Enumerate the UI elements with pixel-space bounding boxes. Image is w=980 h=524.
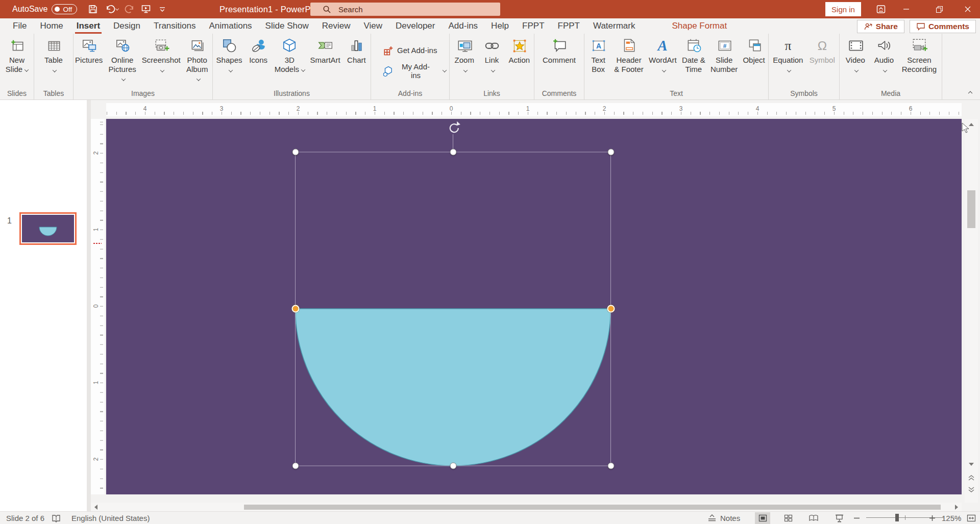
tab-view[interactable]: View bbox=[357, 18, 389, 34]
resize-handle-top-left[interactable] bbox=[292, 149, 299, 156]
zoom-in-button[interactable] bbox=[929, 512, 936, 524]
text-box-button[interactable]: ATextBox bbox=[585, 36, 611, 74]
new-slide-button[interactable]: NewSlide bbox=[4, 36, 30, 74]
minimize-button[interactable] bbox=[894, 0, 919, 18]
tab-fppt-13[interactable]: FPPT bbox=[551, 18, 586, 34]
previous-slide-button[interactable] bbox=[965, 472, 978, 483]
slide-show-button[interactable] bbox=[831, 512, 847, 524]
button-label: 3DModels bbox=[275, 56, 305, 74]
dropdown-chevron-icon bbox=[301, 67, 305, 71]
tab-developer[interactable]: Developer bbox=[389, 18, 442, 34]
my-add-ins-button[interactable]: My Add-ins bbox=[379, 61, 449, 81]
zoom-slider-thumb[interactable] bbox=[895, 514, 899, 521]
vertical-scrollbar-thumb[interactable] bbox=[967, 190, 975, 228]
slide-sorter-view-button[interactable] bbox=[780, 512, 796, 524]
search-box[interactable] bbox=[310, 3, 500, 16]
accessibility-checker-button[interactable] bbox=[51, 512, 61, 524]
reading-view-button[interactable] bbox=[806, 512, 821, 524]
tab-review[interactable]: Review bbox=[315, 18, 357, 34]
scroll-left-button[interactable] bbox=[91, 503, 101, 511]
language-indicator[interactable]: English (United States) bbox=[71, 512, 150, 524]
resize-handle-top-center[interactable] bbox=[450, 149, 456, 156]
save-button[interactable] bbox=[85, 2, 101, 17]
rotate-handle-icon[interactable] bbox=[450, 121, 460, 132]
screenshot-button[interactable]: Screenshot bbox=[140, 36, 182, 70]
header-footer-button[interactable]: Header& Footer bbox=[612, 36, 646, 74]
comment-button[interactable]: Comment bbox=[541, 36, 578, 65]
undo-button[interactable] bbox=[102, 2, 121, 17]
slide-number-button[interactable]: #SlideNumber bbox=[708, 36, 740, 74]
adjust-handle-right[interactable] bbox=[607, 305, 615, 313]
group-label-links: Links bbox=[450, 88, 534, 99]
photo-album-button[interactable]: PhotoAlbum bbox=[182, 36, 212, 83]
tab-transitions[interactable]: Transitions bbox=[147, 18, 203, 34]
normal-view-button[interactable] bbox=[755, 512, 770, 524]
video-button[interactable]: Video bbox=[843, 36, 868, 70]
tab-insert[interactable]: Insert bbox=[70, 18, 107, 34]
chart-button[interactable]: Chart bbox=[344, 36, 369, 65]
table-button[interactable]: Table bbox=[41, 36, 66, 70]
restore-button[interactable] bbox=[927, 0, 951, 18]
sign-in-button[interactable]: Sign in bbox=[825, 2, 861, 16]
undo-icon bbox=[105, 4, 116, 15]
collapse-ribbon-button[interactable] bbox=[965, 87, 976, 96]
tab-fppt-12[interactable]: FPPT bbox=[516, 18, 551, 34]
scroll-right-button[interactable] bbox=[951, 503, 962, 511]
tab-add-ins[interactable]: Add-ins bbox=[442, 18, 484, 34]
get-add-ins-button[interactable]: Get Add-ins bbox=[379, 44, 440, 57]
share-button[interactable]: Share bbox=[857, 20, 904, 33]
customize-quick-access-toolbar-button[interactable] bbox=[155, 2, 170, 17]
vertical-scrollbar[interactable] bbox=[965, 119, 978, 503]
tab-slide-show[interactable]: Slide Show bbox=[259, 18, 315, 34]
online-pictures-button[interactable]: OnlinePictures bbox=[104, 36, 140, 83]
3d-models-button[interactable]: 3DModels bbox=[273, 36, 307, 74]
tab-design[interactable]: Design bbox=[107, 18, 147, 34]
next-slide-button[interactable] bbox=[965, 484, 978, 495]
icons-button[interactable]: Icons bbox=[246, 36, 271, 65]
pictures-button[interactable]: Pictures bbox=[74, 36, 104, 65]
close-button[interactable] bbox=[955, 0, 980, 18]
resize-handle-bottom-left[interactable] bbox=[292, 463, 299, 469]
link-button[interactable]: Link bbox=[479, 36, 505, 70]
shapes-button[interactable]: Shapes bbox=[214, 36, 244, 70]
tab-watermark[interactable]: Watermark bbox=[586, 18, 642, 34]
date-time-button[interactable]: Date &Time bbox=[680, 36, 707, 74]
zoom-button[interactable]: Zoom bbox=[452, 36, 477, 70]
ribbon-display-options-button[interactable] bbox=[869, 0, 893, 18]
autosave-pill[interactable]: Off bbox=[52, 4, 77, 14]
search-input[interactable] bbox=[337, 5, 480, 14]
panel-splitter[interactable] bbox=[87, 100, 91, 511]
scroll-down-button[interactable] bbox=[965, 459, 978, 470]
tab-file[interactable]: File bbox=[6, 18, 33, 34]
chord-shape[interactable] bbox=[296, 309, 611, 466]
zoom-out-button[interactable] bbox=[853, 512, 860, 524]
slide-thumbnail[interactable] bbox=[19, 212, 77, 245]
slide-indicator[interactable]: Slide 2 of 6 bbox=[6, 512, 44, 524]
adjust-handle-left[interactable] bbox=[291, 305, 299, 313]
autosave-toggle[interactable]: AutoSave Off bbox=[12, 4, 77, 14]
comment-icon bbox=[551, 37, 568, 54]
tab-home[interactable]: Home bbox=[33, 18, 69, 34]
horizontal-scrollbar[interactable] bbox=[91, 503, 962, 511]
object-button[interactable]: Object bbox=[741, 36, 767, 65]
smartart-button[interactable]: SmartArt bbox=[308, 36, 342, 65]
wordart-button[interactable]: AWordArt bbox=[647, 36, 679, 70]
audio-button[interactable]: Audio bbox=[871, 36, 897, 70]
comments-button[interactable]: Comments bbox=[910, 20, 976, 33]
resize-handle-top-right[interactable] bbox=[607, 149, 614, 156]
undo-dropdown-chevron-icon[interactable] bbox=[115, 7, 119, 10]
fit-slide-to-window-button[interactable] bbox=[966, 512, 976, 524]
action-button[interactable]: Action bbox=[506, 36, 532, 65]
notes-button[interactable]: Notes bbox=[707, 512, 740, 524]
tab-shape-format[interactable]: Shape Format bbox=[665, 18, 733, 34]
horizontal-scrollbar-thumb[interactable] bbox=[244, 505, 941, 510]
equation-button[interactable]: πEquation bbox=[771, 36, 805, 70]
screen-recording-button[interactable]: ScreenRecording bbox=[900, 36, 939, 74]
resize-handle-bottom-center[interactable] bbox=[450, 463, 456, 469]
start-from-beginning-button[interactable] bbox=[138, 2, 154, 17]
tab-help[interactable]: Help bbox=[484, 18, 516, 34]
tab-animations[interactable]: Animations bbox=[203, 18, 259, 34]
slide-canvas[interactable] bbox=[106, 119, 962, 494]
resize-handle-bottom-right[interactable] bbox=[607, 463, 614, 469]
zoom-level[interactable]: 125% bbox=[942, 512, 961, 524]
